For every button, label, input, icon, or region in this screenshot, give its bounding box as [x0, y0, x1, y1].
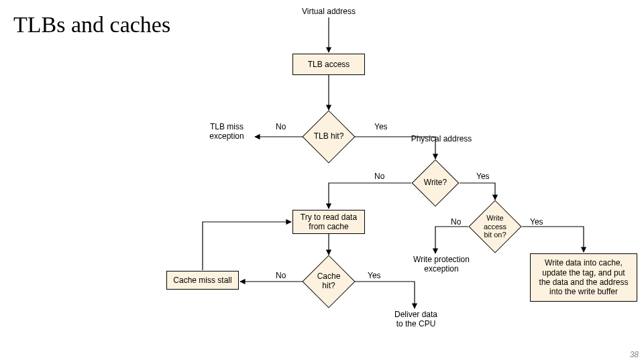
decision-write-access-bit: Write accessbit on?	[476, 208, 514, 245]
decision-cache-hit-label: Cache hit?	[310, 263, 347, 300]
box-tlb-access: TLB access	[292, 54, 365, 75]
label-write-protection-exception: Write protectionexception	[401, 255, 482, 274]
decision-tlb-hit-label: TLB hit?	[310, 118, 347, 156]
edge-cache-hit-no: No	[276, 271, 286, 280]
edge-write-access-yes: Yes	[530, 217, 543, 227]
box-cache-miss-stall: Cache miss stall	[166, 271, 239, 290]
page-number: 38	[630, 350, 639, 359]
label-physical-address: Physical address	[401, 134, 482, 143]
decision-tlb-hit: TLB hit?	[310, 118, 347, 156]
box-try-read-cache: Try to read datafrom cache	[292, 210, 365, 234]
label-deliver-data: Deliver datato the CPU	[382, 310, 449, 329]
box-write-data: Write data into cache,update the tag, an…	[530, 253, 637, 302]
edge-write-access-no: No	[451, 217, 461, 227]
edge-tlb-hit-yes: Yes	[374, 122, 388, 131]
edge-cache-hit-yes: Yes	[368, 271, 381, 280]
page-title: TLBs and caches	[13, 12, 170, 38]
slide: TLBs and caches Virtual address TLB acce…	[0, 0, 644, 362]
edge-write-yes: Yes	[476, 172, 490, 181]
edge-tlb-hit-no: No	[276, 122, 286, 131]
label-tlb-miss-exception: TLB missexception	[200, 122, 254, 141]
edge-write-no: No	[374, 172, 384, 181]
decision-cache-hit: Cache hit?	[310, 263, 347, 300]
decision-write-label: Write?	[419, 166, 452, 200]
label-virtual-address: Virtual address	[288, 7, 369, 16]
decision-write: Write?	[419, 166, 452, 200]
decision-write-access-bit-label: Write accessbit on?	[476, 208, 514, 245]
